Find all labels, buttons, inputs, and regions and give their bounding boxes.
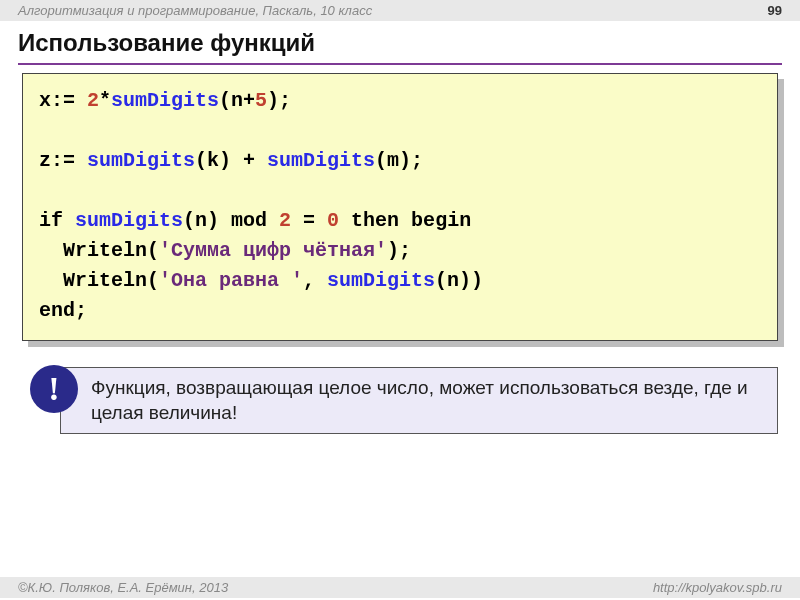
code-line-3: if sumDigits(n) mod 2 = 0 then begin — [39, 206, 761, 236]
course-name: Алгоритмизация и программирование, Паска… — [18, 3, 768, 18]
page-number: 99 — [768, 3, 782, 18]
code-line-4: Writeln('Сумма цифр чётная'); — [39, 236, 761, 266]
code-line-1: x:= 2*sumDigits(n+5); — [39, 86, 761, 116]
exclamation-icon: ! — [30, 365, 78, 413]
code-example: x:= 2*sumDigits(n+5); z:= sumDigits(k) +… — [22, 73, 778, 341]
code-line-5: Writeln('Она равна ', sumDigits(n)) — [39, 266, 761, 296]
slide-title: Использование функций — [18, 29, 782, 61]
title-divider — [18, 63, 782, 65]
info-callout: ! Функция, возвращающая целое число, мож… — [30, 367, 778, 434]
code-blank — [39, 116, 761, 146]
code-blank — [39, 176, 761, 206]
callout-text: Функция, возвращающая целое число, может… — [60, 367, 778, 434]
footer-authors: ©К.Ю. Поляков, Е.А. Ерёмин, 2013 — [18, 580, 653, 595]
title-row: Использование функций — [0, 21, 800, 65]
footer-url: http://kpolyakov.spb.ru — [653, 580, 782, 595]
code-line-2: z:= sumDigits(k) + sumDigits(m); — [39, 146, 761, 176]
code-block: x:= 2*sumDigits(n+5); z:= sumDigits(k) +… — [22, 73, 778, 341]
slide-footer: ©К.Ю. Поляков, Е.А. Ерёмин, 2013 http://… — [0, 577, 800, 598]
code-line-6: end; — [39, 296, 761, 326]
slide-header: Алгоритмизация и программирование, Паска… — [0, 0, 800, 21]
